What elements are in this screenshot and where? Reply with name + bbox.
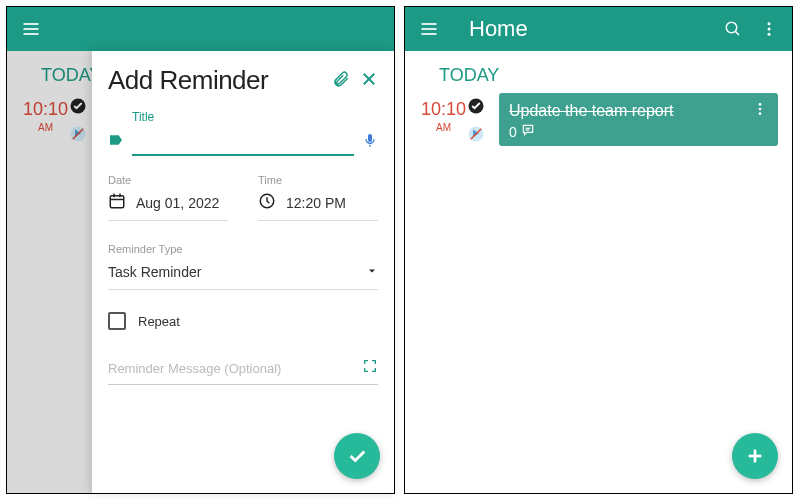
title-field-label: Title (132, 110, 378, 124)
close-icon[interactable] (360, 70, 378, 92)
svg-rect-12 (119, 194, 121, 198)
time-label: Time (258, 174, 378, 186)
appbar-title: Home (469, 16, 724, 42)
svg-point-27 (759, 112, 762, 115)
expand-icon[interactable] (362, 358, 378, 378)
confirm-fab[interactable] (334, 433, 380, 479)
svg-rect-9 (110, 196, 124, 208)
svg-point-25 (759, 103, 762, 106)
svg-rect-11 (113, 194, 115, 198)
done-badge-icon (467, 97, 485, 119)
svg-point-17 (726, 22, 737, 33)
time-picker[interactable]: 12:20 PM (258, 186, 378, 221)
repeat-checkbox[interactable] (108, 312, 126, 330)
date-picker[interactable]: Aug 01, 2022 (108, 186, 228, 221)
svg-point-26 (759, 108, 762, 111)
task-overflow-icon[interactable] (752, 101, 768, 121)
svg-rect-8 (368, 134, 372, 142)
repeat-label: Repeat (138, 314, 180, 329)
reminder-time: 10:10 (421, 99, 466, 120)
reminder-type-label: Reminder Type (108, 243, 378, 255)
modal-title: Add Reminder (108, 65, 332, 96)
alarm-off-icon (467, 125, 485, 147)
date-label: Date (108, 174, 228, 186)
date-value: Aug 01, 2022 (136, 195, 219, 211)
task-card[interactable]: Update the team report 0 (499, 93, 778, 146)
clock-icon (258, 192, 276, 214)
task-title: Update the team report (509, 102, 752, 120)
svg-point-19 (768, 22, 771, 25)
add-reminder-sheet: Add Reminder Title (92, 51, 394, 493)
comment-icon (521, 123, 535, 140)
reminder-type-select[interactable]: Task Reminder (108, 255, 378, 290)
svg-line-18 (735, 31, 739, 35)
overflow-menu-icon[interactable] (760, 20, 778, 38)
task-comment-count: 0 (509, 124, 517, 140)
add-fab[interactable] (732, 433, 778, 479)
calendar-icon (108, 192, 126, 214)
tag-icon[interactable] (108, 132, 124, 152)
chevron-down-icon (366, 263, 378, 281)
svg-point-20 (768, 28, 771, 31)
today-label: TODAY (405, 51, 792, 96)
attachment-icon[interactable] (332, 70, 350, 92)
svg-point-21 (768, 33, 771, 36)
menu-icon[interactable] (21, 19, 41, 39)
message-input[interactable]: Reminder Message (Optional) (108, 361, 362, 376)
time-value: 12:20 PM (286, 195, 346, 211)
reminder-type-value: Task Reminder (108, 264, 366, 280)
reminder-ampm: AM (421, 122, 466, 133)
mic-icon[interactable] (362, 132, 378, 152)
menu-icon[interactable] (419, 19, 439, 39)
title-input[interactable] (132, 128, 354, 156)
search-icon[interactable] (724, 20, 742, 38)
